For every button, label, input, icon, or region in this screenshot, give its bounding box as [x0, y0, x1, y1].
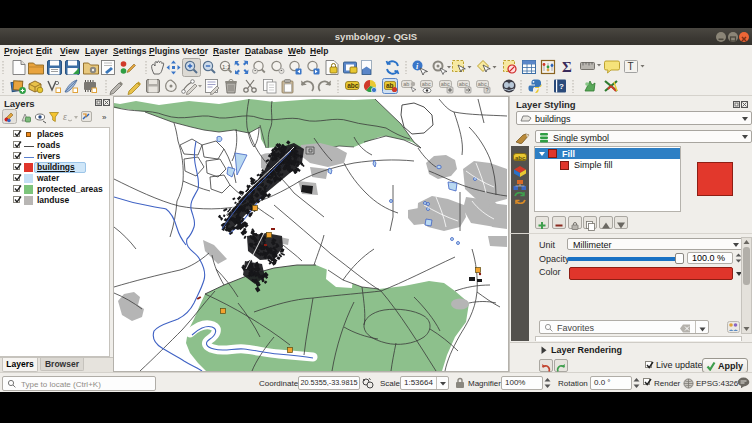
svg-text:?: ?	[559, 82, 564, 91]
svg-text:abc: abc	[347, 82, 359, 89]
svg-text:1:1: 1:1	[222, 64, 231, 70]
svg-text:Σ: Σ	[562, 59, 572, 75]
svg-text:abc: abc	[459, 81, 468, 87]
svg-text:abc: abc	[441, 81, 450, 87]
svg-text:ab: ab	[403, 81, 409, 87]
svg-text:?: ?	[486, 87, 489, 93]
svg-text:abc: abc	[422, 81, 431, 87]
svg-text:abc: abc	[515, 155, 526, 161]
svg-text:ε: ε	[63, 112, 68, 122]
svg-text:T: T	[628, 61, 634, 72]
svg-text:»: »	[102, 113, 107, 122]
